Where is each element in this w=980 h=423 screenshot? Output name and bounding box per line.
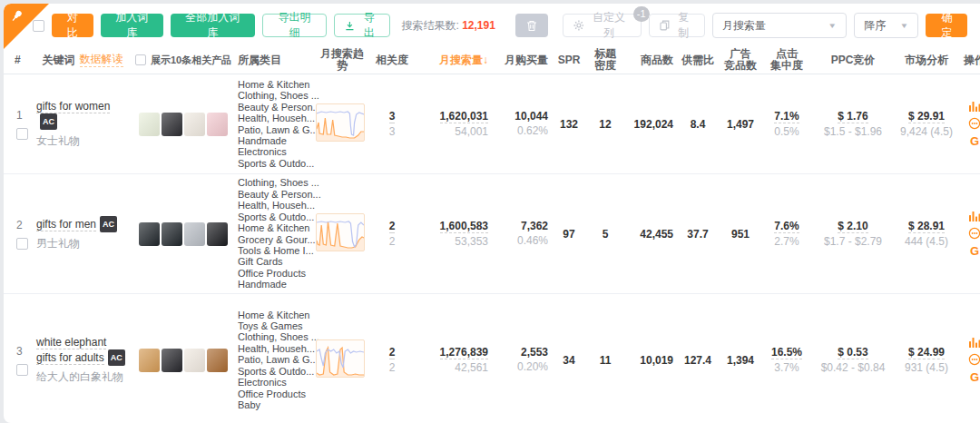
market-price-value[interactable]: $ 29.91 (908, 111, 945, 123)
search-volume-sort[interactable]: 月搜索量↓ (439, 54, 488, 66)
export-button[interactable]: 导出 (334, 14, 390, 37)
row-checkbox[interactable] (16, 364, 28, 376)
search-volume-value[interactable]: 1,620,031 (440, 111, 488, 123)
category-item[interactable]: Electronics (238, 146, 309, 157)
detail-circle-icon[interactable] (968, 353, 980, 366)
trend-sparkline[interactable] (316, 339, 365, 378)
product-thumbnail[interactable] (162, 113, 182, 136)
row-checkbox[interactable] (16, 238, 28, 250)
row-number: 1 (16, 109, 23, 122)
copy-button[interactable]: 复制 (649, 14, 705, 37)
product-thumbnail[interactable] (207, 349, 228, 372)
category-item[interactable]: Sports & Outdo... (238, 158, 309, 169)
confirm-button[interactable]: 确定 (926, 14, 967, 37)
market-price-value[interactable]: $ 28.91 (908, 221, 945, 233)
ppc-cell: $ 0.53 $0.42 - $0.84 (811, 345, 895, 376)
category-item[interactable]: Home & Kitchen (238, 79, 309, 90)
category-item[interactable]: Baby (238, 399, 309, 410)
category-item[interactable]: Clothing, Shoes ... (238, 90, 309, 101)
product-thumbnail[interactable] (139, 222, 160, 246)
keyword-link[interactable]: gifts for men (36, 218, 96, 231)
product-thumbnail[interactable] (139, 349, 160, 372)
category-item[interactable]: Clothing, Shoes ... (238, 331, 309, 342)
ppc-value[interactable]: $ 1.76 (838, 111, 867, 123)
category-item[interactable]: Beauty & Person... (238, 189, 309, 200)
product-thumbnail[interactable] (207, 113, 228, 136)
category-item[interactable]: Handmade (238, 279, 309, 290)
bar-chart-icon[interactable] (968, 211, 980, 221)
show-related-label: 展示10条相关产品 (151, 54, 231, 66)
table-row: 2 gifts for menAC 男士礼物 Clothing, Shoes .… (4, 174, 980, 294)
supply-demand-value: 8.4 (677, 116, 719, 133)
bar-chart-icon[interactable] (968, 101, 980, 112)
detail-circle-icon[interactable] (968, 227, 980, 240)
category-item[interactable]: Home & Kitchen (238, 222, 309, 233)
category-item[interactable]: Health, Househ... (238, 200, 309, 211)
actions-cell: G (958, 335, 980, 385)
market-cell: $ 24.99 931 (4.5) (895, 345, 958, 376)
category-item[interactable]: Sports & Outdo... (238, 212, 309, 222)
sort-field-select[interactable]: 月搜索量 ▼ (712, 13, 847, 38)
category-item[interactable]: Office Products (238, 268, 309, 279)
category-item[interactable]: Electronics (238, 377, 309, 388)
pin-icon[interactable] (9, 9, 24, 24)
relevance-value[interactable]: 2 (389, 221, 396, 233)
actions-cell: G (958, 209, 980, 259)
product-thumbnail[interactable] (162, 349, 182, 372)
ppc-value[interactable]: $ 2.10 (838, 221, 867, 233)
product-thumbnail[interactable] (207, 222, 228, 246)
keyword-link[interactable]: gifts for women (36, 100, 110, 113)
bar-chart-icon[interactable] (968, 337, 980, 348)
sort-order-select[interactable]: 降序 ▼ (854, 13, 918, 38)
ppc-value[interactable]: $ 0.53 (838, 347, 867, 359)
add-lexicon-button[interactable]: 加入词库 (101, 14, 163, 37)
search-volume-value[interactable]: 1,276,839 (440, 347, 488, 359)
category-item[interactable]: Toys & Games (238, 320, 309, 331)
google-trends-icon[interactable]: G (970, 135, 979, 147)
compare-button[interactable]: 对比 (52, 14, 93, 37)
category-item[interactable]: Health, Househ... (238, 113, 309, 123)
click-share-value[interactable]: 16.5% (771, 347, 802, 359)
keyword-link[interactable]: white elephant gifts for adults (36, 336, 106, 365)
table-row: 3 white elephant gifts for adultsAC 给大人的… (4, 294, 980, 423)
market-price-value[interactable]: $ 24.99 (908, 347, 945, 359)
product-thumbnail[interactable] (184, 349, 205, 372)
col-supply-demand: 供需比 (677, 53, 719, 68)
data-insight-link[interactable]: 数据解读 (80, 54, 123, 67)
category-item[interactable]: Patio, Lawn & G... (238, 354, 309, 365)
trend-sparkline[interactable] (316, 103, 365, 142)
category-item[interactable]: Handmade (238, 135, 309, 146)
category-item[interactable]: Clothing, Shoes ... (238, 177, 309, 188)
keyword-cell: gifts for menAC 男士礼物 (33, 214, 132, 253)
category-item[interactable]: Health, Househ... (238, 343, 309, 354)
detail-circle-icon[interactable] (968, 117, 980, 130)
category-item[interactable]: Office Products (238, 389, 309, 399)
category-item[interactable]: Beauty & Person... (238, 102, 309, 113)
show-related-checkbox[interactable] (135, 54, 146, 65)
category-item[interactable]: Patio, Lawn & G... (238, 124, 309, 135)
trend-sparkline[interactable] (316, 213, 365, 251)
google-trends-icon[interactable]: G (970, 371, 979, 383)
category-item[interactable]: Gift Cards (238, 256, 309, 267)
category-item[interactable]: Tools & Home I... (238, 245, 309, 256)
category-item[interactable]: Grocery & Gour... (238, 234, 309, 245)
product-thumbnail[interactable] (184, 222, 205, 246)
clear-button[interactable] (515, 14, 548, 37)
click-share-value[interactable]: 7.1% (774, 111, 799, 123)
google-trends-icon[interactable]: G (970, 245, 979, 257)
category-item[interactable]: Home & Kitchen (238, 310, 309, 320)
relevance-cell: 2 2 (372, 345, 412, 376)
ac-badge: AC (100, 216, 117, 232)
relevance-value[interactable]: 3 (389, 111, 396, 123)
row-checkbox[interactable] (16, 128, 28, 140)
relevance-value[interactable]: 2 (389, 347, 396, 359)
product-thumbnail[interactable] (139, 113, 160, 136)
customize-columns-button[interactable]: 自定义列 -1 (563, 14, 642, 37)
add-all-lexicon-button[interactable]: 全部加入词库 (171, 14, 255, 37)
product-thumbnail[interactable] (184, 113, 205, 136)
search-volume-value[interactable]: 1,600,583 (440, 221, 488, 233)
category-item[interactable]: Sports & Outdo... (238, 366, 309, 377)
click-share-value[interactable]: 7.6% (774, 221, 799, 233)
product-thumbnail[interactable] (162, 222, 182, 246)
export-detail-button[interactable]: 导出明细 (262, 14, 327, 37)
